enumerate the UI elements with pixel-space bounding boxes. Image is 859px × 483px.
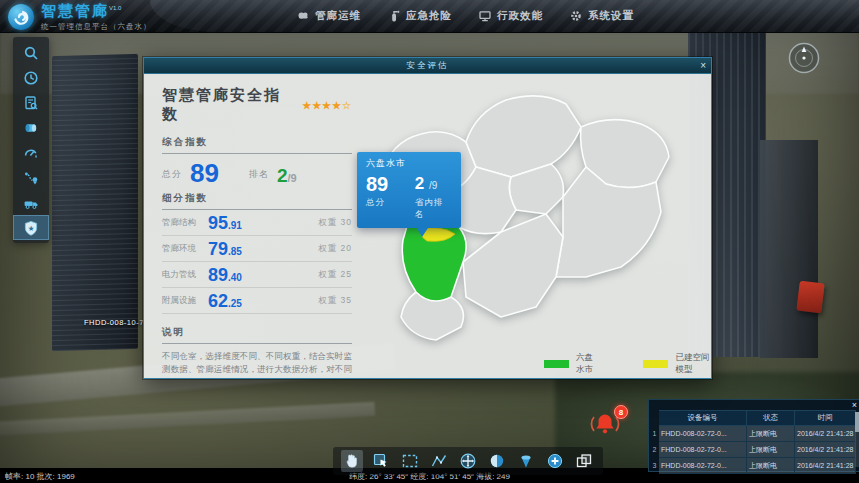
- report-search-icon: [23, 95, 39, 111]
- layers-tool[interactable]: [573, 450, 595, 472]
- cell-device: FHDD-008-02-72-0...: [659, 442, 747, 458]
- sidebar-report-button[interactable]: [13, 90, 49, 115]
- tooltip-values: 89 总分 2 /9 省内排名: [357, 172, 461, 228]
- top-bar: 智慧管廊V1.0 统一管理信息平台（六盘水） 管廊运维 应急抢险 行政效能 系统…: [0, 0, 859, 33]
- marquee-select-icon: [401, 452, 419, 470]
- nav-item-pipeline-ops[interactable]: 管廊运维: [296, 9, 361, 23]
- modal-heading: 智慧管廊安全指数: [162, 86, 293, 124]
- settings-gear-icon: [569, 9, 583, 23]
- tooltip-city: 六盘水市: [357, 152, 461, 172]
- gauge-icon: [23, 145, 39, 161]
- sidebar-history-button[interactable]: [13, 65, 49, 90]
- modal-close-icon[interactable]: ×: [700, 58, 706, 73]
- sub-index-weight: 权重 30: [318, 217, 352, 229]
- sub-index-row: 管廊结构 95.91 权重 30: [162, 210, 352, 236]
- alarm-bell[interactable]: 8: [588, 406, 628, 448]
- sidebar-vehicle-button[interactable]: [13, 190, 49, 215]
- alarm-badge: 8: [614, 405, 628, 419]
- sub-index-label: 管廊结构: [162, 217, 208, 229]
- admin-monitor-icon: [478, 9, 492, 23]
- city-score-tooltip[interactable]: 六盘水市 89 总分 2 /9 省内排名: [357, 152, 461, 228]
- legend-green-swatch: [544, 360, 569, 368]
- modal-window-title: 安全评估: [407, 60, 449, 72]
- modal-heading-row: 智慧管廊安全指数 ★★★★☆: [162, 86, 352, 124]
- district-north: [466, 96, 581, 177]
- sub-index-value: 89.40: [208, 266, 242, 284]
- cell-time: 2016/4/2 21:41:28: [795, 442, 856, 458]
- cell-time: 2016/4/2 21:41:28: [795, 458, 856, 474]
- cell-status: 上限断电: [747, 442, 795, 458]
- svg-text:★: ★: [28, 223, 35, 232]
- cell-status: 上限断电: [747, 458, 795, 474]
- zoom-in-icon: [546, 452, 564, 470]
- emergency-icon: [387, 9, 401, 23]
- locate-cone-icon: [517, 452, 535, 470]
- section-note: 说明: [162, 326, 352, 344]
- sub-index-label: 电力管线: [162, 269, 208, 281]
- modal-body: 智慧管廊安全指数 ★★★★☆ 综合指数 总分 89 排名 2 /9 细分指数 管…: [144, 74, 711, 378]
- nav-label: 应急抢险: [406, 9, 452, 23]
- zoom-in-tool[interactable]: [544, 450, 566, 472]
- marquee-select-tool[interactable]: [399, 450, 421, 472]
- nav-item-emergency[interactable]: 应急抢险: [387, 9, 452, 23]
- sub-index-label: 管廊环境: [162, 243, 208, 255]
- modal-titlebar[interactable]: 安全评估 ×: [144, 58, 711, 74]
- select-cursor-tool[interactable]: [370, 450, 392, 472]
- sidebar-pipeline-button[interactable]: [13, 115, 49, 140]
- logo-swirl-icon: [8, 4, 34, 30]
- legend-label: 六盘水市: [576, 352, 600, 376]
- nav-label: 行政效能: [497, 9, 543, 23]
- sub-index-label: 附属设施: [162, 295, 208, 307]
- legend-label: 已建空间模型: [675, 352, 711, 376]
- move-compass-tool[interactable]: [457, 450, 479, 472]
- alarm-scrollbar[interactable]: [855, 412, 859, 467]
- app-title: 智慧管廊: [41, 2, 109, 19]
- map-toolbar: [333, 447, 603, 475]
- alarm-scrollbar-thumb[interactable]: [855, 412, 859, 432]
- left-tool-sidebar: ★: [13, 37, 49, 243]
- select-cursor-icon: [372, 452, 390, 470]
- sub-index-weight: 权重 20: [318, 243, 352, 255]
- pan-hand-tool[interactable]: [341, 450, 363, 472]
- history-clock-icon: [23, 70, 39, 86]
- table-row[interactable]: 1 FHDD-008-02-72-0... 上限断电 2016/4/2 21:4…: [651, 426, 856, 442]
- globe-tool[interactable]: [486, 450, 508, 472]
- col-status[interactable]: 状态: [747, 411, 795, 426]
- sidebar-route-button[interactable]: [13, 165, 49, 190]
- nav-item-settings[interactable]: 系统设置: [569, 9, 634, 23]
- rating-stars: ★★★★☆: [302, 100, 352, 111]
- cell-device: FHDD-008-02-72-0...: [659, 426, 747, 442]
- nav-label: 系统设置: [588, 9, 634, 23]
- measure-polyline-icon: [430, 452, 448, 470]
- tooltip-rank-label: 省内排名: [415, 197, 452, 221]
- sidebar-monitoring-button[interactable]: [13, 140, 49, 165]
- sub-index-value: 62.25: [208, 292, 242, 310]
- col-time[interactable]: 时间: [795, 411, 856, 426]
- sub-index-row: 附属设施 62.25 权重 35: [162, 288, 352, 314]
- legend-yellow-swatch: [643, 360, 668, 368]
- table-row[interactable]: 2 FHDD-008-02-72-0... 上限断电 2016/4/2 21:4…: [651, 442, 856, 458]
- locate-cone-tool[interactable]: [515, 450, 537, 472]
- bg-red-vehicle: [796, 281, 824, 314]
- measure-polyline-tool[interactable]: [428, 450, 450, 472]
- layers-icon: [575, 452, 593, 470]
- tooltip-rank: 2 /9: [415, 174, 452, 194]
- alarm-panel-close-icon[interactable]: ×: [852, 400, 857, 410]
- nav-item-admin[interactable]: 行政效能: [478, 9, 543, 23]
- legend-item-model: 已建空间模型: [643, 352, 711, 376]
- vehicle-icon: [23, 195, 39, 211]
- cell-device: FHDD-008-02-72-0...: [659, 458, 747, 474]
- app-screen: FHDD-008-10-7 智慧管廊V1.0 统一管理信息平台（六盘水） 管廊运…: [0, 0, 859, 483]
- alarm-table-header: 设备编号 状态 时间: [651, 411, 856, 426]
- main-nav: 管廊运维 应急抢险 行政效能 系统设置: [296, 0, 634, 32]
- total-score-value: 89: [190, 162, 219, 184]
- table-row[interactable]: 3 FHDD-008-02-72-0... 上限断电 2016/4/2 21:4…: [651, 458, 856, 474]
- app-version: V1.0: [109, 5, 121, 11]
- pipeline-icon: [23, 120, 39, 136]
- sidebar-search-button[interactable]: [13, 40, 49, 65]
- sidebar-security-assessment-button[interactable]: ★: [13, 215, 49, 240]
- compass-navigation[interactable]: [786, 40, 822, 76]
- search-icon: [23, 45, 39, 61]
- col-device[interactable]: 设备编号: [659, 411, 747, 426]
- rank-value: 2: [277, 167, 288, 184]
